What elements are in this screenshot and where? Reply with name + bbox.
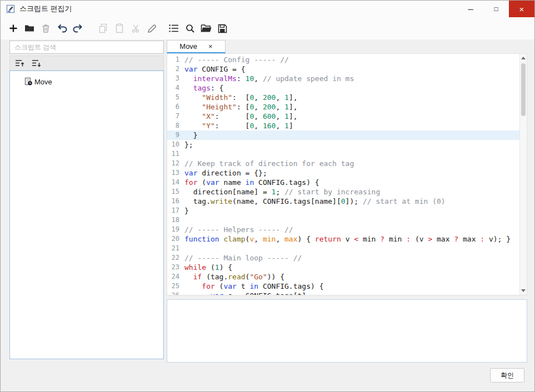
- import-button[interactable]: [200, 21, 212, 36]
- line-number: 5: [167, 93, 184, 102]
- paste-button[interactable]: [113, 21, 126, 36]
- line-number: 21: [167, 244, 184, 253]
- code-line[interactable]: 2var CONFIG = {: [167, 64, 519, 74]
- code-line[interactable]: 21: [167, 244, 519, 253]
- delete-button[interactable]: [39, 21, 52, 36]
- cut-button[interactable]: [129, 21, 142, 36]
- code-text: while (1) {: [184, 263, 232, 272]
- find-button[interactable]: [184, 21, 196, 36]
- code-text: var CONFIG = {: [184, 64, 246, 74]
- window-controls: ─ □ ×: [458, 1, 534, 17]
- undo-arrow-icon: [56, 23, 68, 34]
- code-line[interactable]: 5 "Width": [0, 200, 1],: [167, 93, 519, 102]
- scroll-up-arrow-icon[interactable]: [521, 57, 526, 59]
- code-text: var direction = {};: [184, 168, 267, 178]
- line-number: 26: [167, 291, 184, 295]
- line-number: 24: [167, 272, 184, 282]
- code-line[interactable]: 11: [167, 149, 519, 159]
- line-number: 10: [167, 140, 184, 149]
- code-line[interactable]: 4 tags: {: [167, 83, 519, 93]
- line-number: 8: [167, 121, 184, 130]
- save-button[interactable]: [216, 21, 228, 36]
- line-number: 7: [167, 112, 184, 121]
- code-line[interactable]: 26 var s = CONFIG.tags[t];: [167, 291, 519, 295]
- scroll-down-arrow-icon[interactable]: [521, 289, 526, 292]
- undo-button[interactable]: [56, 21, 68, 36]
- expand-all-button[interactable]: [30, 57, 42, 69]
- collapse-all-icon: [14, 59, 24, 68]
- code-text: // Keep track of direction for each tag: [184, 159, 354, 168]
- list-view-button[interactable]: [168, 21, 180, 36]
- code-text: "X": [0, 600, 1],: [184, 112, 298, 121]
- code-line[interactable]: 23while (1) {: [167, 263, 519, 272]
- copy-icon: [98, 23, 108, 34]
- copy-button[interactable]: [97, 21, 109, 36]
- rename-button[interactable]: [146, 21, 158, 36]
- line-number: 25: [167, 282, 184, 291]
- line-number: 4: [167, 83, 184, 93]
- line-number: 11: [167, 149, 184, 159]
- editor-scrollbar[interactable]: [519, 54, 527, 295]
- redo-button[interactable]: [72, 21, 84, 36]
- script-notes-panel[interactable]: [167, 299, 527, 363]
- minimize-button[interactable]: ─: [458, 1, 483, 17]
- line-number: 16: [167, 197, 184, 206]
- ok-button[interactable]: 확인: [490, 368, 524, 383]
- code-text: if (tag.read("Go")) {: [184, 272, 284, 282]
- code-line[interactable]: 6 "Height": [0, 200, 1],: [167, 102, 519, 112]
- add-button[interactable]: [7, 21, 19, 36]
- code-line[interactable]: 8 "Y": [0, 160, 1]: [167, 121, 519, 130]
- code-line[interactable]: 13var direction = {};: [167, 168, 519, 178]
- expand-all-icon: [31, 59, 41, 68]
- trash-icon: [41, 23, 51, 34]
- app-icon: [6, 4, 15, 13]
- code-line[interactable]: 16 tag.write(name, CONFIG.tags[name][0])…: [167, 197, 519, 206]
- line-number: 23: [167, 263, 184, 272]
- code-line[interactable]: 12// Keep track of direction for each ta…: [167, 159, 519, 168]
- code-text: for (var t in CONFIG.tags) {: [184, 282, 323, 291]
- code-line[interactable]: 25 for (var t in CONFIG.tags) {: [167, 282, 519, 291]
- code-line[interactable]: 3 intervalMs: 10, // update speed in ms: [167, 74, 519, 83]
- folder-open-icon: [201, 23, 212, 33]
- titlebar: 스크립트 편집기 ─ □ ×: [1, 1, 534, 17]
- line-number: 6: [167, 102, 184, 112]
- scissors-icon: [131, 23, 141, 34]
- collapse-all-button[interactable]: [13, 57, 26, 69]
- code-line[interactable]: 19// ----- Helpers ----- //: [167, 225, 519, 234]
- close-button[interactable]: ×: [509, 1, 534, 17]
- tab-close-icon[interactable]: ×: [208, 43, 213, 50]
- code-line[interactable]: 14for (var name in CONFIG.tags) {: [167, 178, 519, 187]
- code-lines: 1// ----- Config ----- //2var CONFIG = {…: [167, 55, 519, 295]
- maximize-button[interactable]: □: [483, 1, 509, 17]
- line-number: 9: [167, 130, 184, 140]
- code-line[interactable]: 10};: [167, 140, 519, 149]
- plus-icon: [8, 23, 19, 34]
- code-line[interactable]: 20function clamp(v, min, max) { return v…: [167, 234, 519, 244]
- line-number: 17: [167, 206, 184, 215]
- code-line[interactable]: 7 "X": [0, 600, 1],: [167, 112, 519, 121]
- code-line[interactable]: 17}: [167, 206, 519, 215]
- code-line[interactable]: 9 }: [167, 130, 519, 140]
- code-text: // ----- Main loop ----- //: [184, 253, 302, 263]
- tree-item-move[interactable]: Move: [10, 77, 163, 87]
- code-editor[interactable]: 1// ----- Config ----- //2var CONFIG = {…: [167, 53, 527, 295]
- tab-move[interactable]: Move ×: [167, 40, 226, 53]
- line-number: 20: [167, 234, 184, 244]
- code-line[interactable]: 22// ----- Main loop ----- //: [167, 253, 519, 263]
- code-line[interactable]: 24 if (tag.read("Go")) {: [167, 272, 519, 282]
- code-text: function clamp(v, min, max) { return v <…: [184, 234, 511, 244]
- code-text: "Height": [0, 200, 1],: [184, 102, 298, 112]
- scrollbar-thumb[interactable]: [521, 63, 526, 116]
- floppy-icon: [217, 23, 228, 34]
- code-line[interactable]: 18: [167, 215, 519, 225]
- toolbar: [1, 17, 534, 39]
- script-clock-icon: [24, 77, 33, 86]
- script-search-input[interactable]: [9, 41, 164, 54]
- editor-tabbar: Move ×: [167, 40, 527, 53]
- tab-label: Move: [179, 42, 197, 51]
- code-line[interactable]: 1// ----- Config ----- //: [167, 55, 519, 64]
- code-text: intervalMs: 10, // update speed in ms: [184, 74, 354, 83]
- new-folder-button[interactable]: [23, 21, 36, 36]
- script-tree[interactable]: Move: [9, 71, 164, 359]
- code-line[interactable]: 15 direction[name] = 1; // start by incr…: [167, 187, 519, 197]
